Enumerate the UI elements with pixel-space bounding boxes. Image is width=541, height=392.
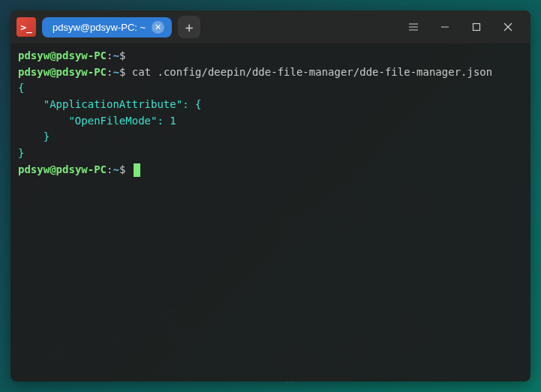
prompt-user: pdsyw bbox=[18, 66, 50, 78]
command-text: cat .config/deepin/dde-file-manager/dde-… bbox=[132, 66, 492, 78]
prompt-at: @ bbox=[50, 66, 56, 78]
command-line: pdsyw@pdsyw-PC:~$ cat .config/deepin/dde… bbox=[18, 64, 523, 81]
terminal-app-icon: >_ bbox=[17, 17, 36, 37]
prompt-host: pdsyw-PC bbox=[56, 66, 107, 78]
prompt-symbol: $ bbox=[119, 49, 125, 61]
prompt-host: pdsyw-PC bbox=[56, 163, 107, 175]
tab-close-icon[interactable]: ✕ bbox=[152, 21, 164, 34]
output-line: } bbox=[18, 145, 523, 162]
terminal-tab[interactable]: pdsyw@pdsyw-PC: ~ ✕ bbox=[42, 17, 172, 37]
add-tab-button[interactable]: + bbox=[178, 16, 200, 38]
output-line: } bbox=[18, 129, 523, 145]
minimize-icon[interactable] bbox=[436, 18, 454, 36]
prompt-symbol: $ bbox=[119, 163, 125, 175]
prompt-path: ~ bbox=[113, 163, 119, 175]
output-line: "OpenFileMode": 1 bbox=[18, 113, 523, 130]
json-punc: : { bbox=[182, 98, 201, 110]
json-key: "ApplicationAttribute" bbox=[44, 98, 182, 110]
window-controls bbox=[404, 18, 524, 36]
indent bbox=[18, 98, 44, 110]
prompt-path: ~ bbox=[113, 66, 119, 78]
prompt-at: @ bbox=[50, 49, 56, 61]
prompt-line: pdsyw@pdsyw-PC:~$ bbox=[18, 162, 523, 178]
prompt-at: @ bbox=[50, 163, 56, 175]
indent bbox=[18, 115, 68, 127]
output-line: "ApplicationAttribute": { bbox=[18, 97, 523, 113]
prompt-symbol: $ bbox=[119, 66, 125, 78]
terminal-body[interactable]: pdsyw@pdsyw-PC:~$ pdsyw@pdsyw-PC:~$ cat … bbox=[11, 43, 530, 183]
prompt-path: ~ bbox=[113, 49, 119, 61]
maximize-icon[interactable] bbox=[467, 18, 485, 36]
cursor bbox=[134, 163, 140, 177]
prompt-user: pdsyw bbox=[18, 49, 50, 61]
prompt-line: pdsyw@pdsyw-PC:~$ bbox=[18, 48, 523, 64]
json-key: "OpenFileMode" bbox=[68, 115, 157, 127]
json-punc: : 1 bbox=[157, 115, 176, 127]
menu-icon[interactable] bbox=[404, 18, 422, 36]
output-line: { bbox=[18, 80, 523, 97]
prompt-user: pdsyw bbox=[18, 163, 50, 175]
close-icon[interactable] bbox=[499, 18, 517, 36]
tab-title: pdsyw@pdsyw-PC: ~ bbox=[53, 22, 146, 33]
terminal-window: >_ pdsyw@pdsyw-PC: ~ ✕ + pdsyw@pdsyw-PC:… bbox=[11, 10, 530, 382]
prompt-host: pdsyw-PC bbox=[56, 49, 107, 61]
svg-rect-4 bbox=[473, 24, 480, 31]
titlebar: >_ pdsyw@pdsyw-PC: ~ ✕ + bbox=[11, 10, 530, 43]
